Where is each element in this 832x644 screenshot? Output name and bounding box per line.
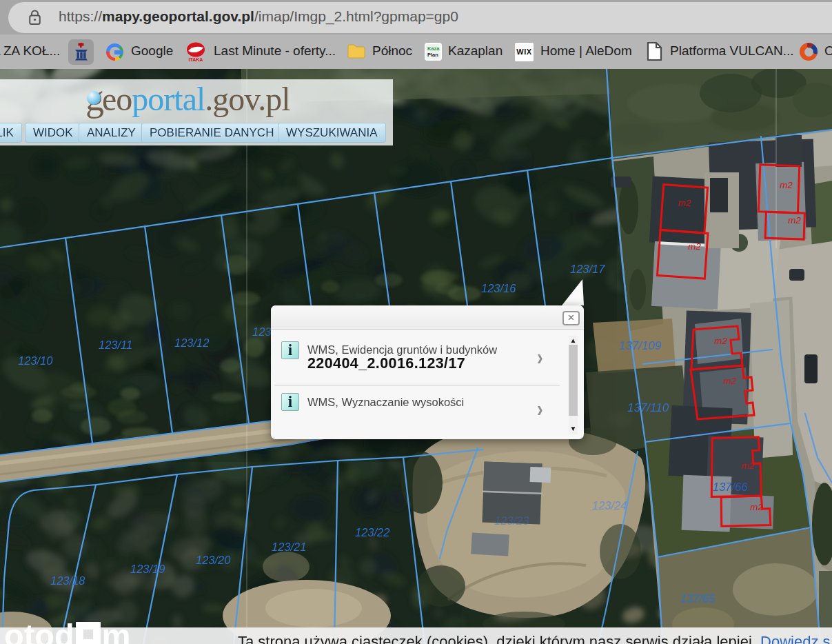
svg-text:m2: m2 xyxy=(688,241,701,252)
svg-text:123/12: 123/12 xyxy=(174,336,209,349)
svg-text:m2: m2 xyxy=(723,376,736,386)
svg-text:Kaza: Kaza xyxy=(427,46,440,52)
svg-text:137/66: 137/66 xyxy=(713,481,748,493)
svg-text:123/21: 123/21 xyxy=(272,541,306,553)
svg-text:m2: m2 xyxy=(780,180,793,190)
svg-text:123/20: 123/20 xyxy=(196,554,231,566)
svg-text:m2: m2 xyxy=(750,502,763,512)
svg-text:123/23: 123/23 xyxy=(494,514,529,527)
svg-text:123/18: 123/18 xyxy=(50,574,85,587)
svg-text:137/110: 137/110 xyxy=(627,401,669,414)
svg-text:123/22: 123/22 xyxy=(355,526,389,539)
svg-text:123/17: 123/17 xyxy=(570,263,605,275)
svg-text:123/16: 123/16 xyxy=(481,282,516,294)
svg-text:123/10: 123/10 xyxy=(18,354,53,367)
svg-text:137/65: 137/65 xyxy=(680,592,716,605)
svg-text:123/11: 123/11 xyxy=(99,339,132,351)
svg-text:Plan: Plan xyxy=(427,52,438,58)
svg-text:m2: m2 xyxy=(788,215,801,225)
svg-text:123/19: 123/19 xyxy=(130,563,165,575)
svg-text:123/24: 123/24 xyxy=(592,499,627,512)
svg-text:ITAKA: ITAKA xyxy=(189,57,203,62)
svg-text:m2: m2 xyxy=(678,198,691,208)
svg-text:123: 123 xyxy=(252,325,272,338)
svg-text:m2: m2 xyxy=(742,461,755,471)
svg-text:137/109: 137/109 xyxy=(619,339,662,352)
svg-text:m2: m2 xyxy=(714,336,727,346)
